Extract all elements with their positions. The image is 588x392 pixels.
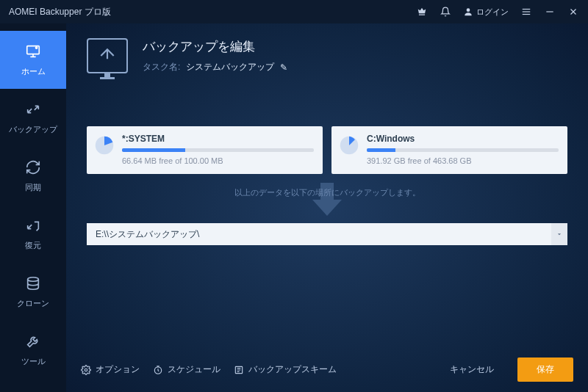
pie-icon bbox=[94, 135, 115, 156]
arrow-indicator: 以上のデータを以下の場所にバックアップします。 bbox=[234, 187, 420, 216]
svg-rect-4 bbox=[546, 11, 553, 12]
edit-icon[interactable]: ✎ bbox=[280, 62, 287, 73]
nav-label: クローン bbox=[17, 298, 49, 309]
scheme-label: バックアップスキーム bbox=[248, 363, 337, 376]
schedule-link[interactable]: スケジュール bbox=[153, 363, 220, 376]
login-label: ログイン bbox=[476, 7, 509, 18]
destination-dropdown[interactable] bbox=[551, 223, 567, 245]
svg-rect-3 bbox=[523, 14, 531, 15]
share-monitor-icon bbox=[87, 38, 128, 73]
task-name: システムバックアップ bbox=[186, 61, 274, 73]
destination-input[interactable] bbox=[87, 223, 551, 245]
minimize-icon[interactable] bbox=[544, 6, 556, 18]
arrow-text: 以上のデータを以下の場所にバックアップします。 bbox=[234, 187, 420, 198]
page-header: バックアップを編集 タスク名: システムバックアップ ✎ bbox=[66, 23, 588, 82]
content-area: バックアップを編集 タスク名: システムバックアップ ✎ *:SYSTEM 66… bbox=[66, 23, 588, 392]
sync-icon bbox=[24, 159, 42, 176]
svg-rect-2 bbox=[523, 11, 531, 12]
nav-sync[interactable]: 同期 bbox=[0, 147, 66, 205]
bell-icon[interactable] bbox=[440, 6, 451, 18]
nav-restore[interactable]: 復元 bbox=[0, 205, 66, 263]
schedule-label: スケジュール bbox=[168, 363, 220, 376]
close-icon[interactable] bbox=[567, 6, 579, 18]
source-drives: *:SYSTEM 66.64 MB free of 100.00 MB C:Wi… bbox=[87, 126, 567, 174]
scheme-icon bbox=[234, 365, 244, 375]
gear-icon bbox=[81, 365, 91, 375]
options-label: オプション bbox=[96, 363, 140, 376]
sidebar: ホーム バックアップ 同期 復元 クローン ツール bbox=[0, 23, 66, 392]
nav-label: ホーム bbox=[21, 66, 46, 77]
pie-icon bbox=[339, 135, 359, 156]
save-button[interactable]: 保存 bbox=[517, 357, 573, 382]
page-title: バックアップを編集 bbox=[143, 38, 287, 55]
footer: オプション スケジュール バックアップスキーム キャンセル 保存 bbox=[66, 347, 588, 392]
chevron-down-icon bbox=[556, 231, 563, 238]
svg-point-7 bbox=[28, 277, 39, 282]
restore-icon bbox=[24, 217, 42, 234]
drive-name: C:Windows bbox=[367, 134, 559, 144]
nav-home[interactable]: ホーム bbox=[0, 31, 66, 89]
nav-backup[interactable]: バックアップ bbox=[0, 89, 66, 147]
arrow-down-icon bbox=[312, 200, 342, 216]
drive-free: 391.92 GB free of 463.68 GB bbox=[367, 156, 559, 165]
nav-clone[interactable]: クローン bbox=[0, 263, 66, 321]
menu-icon[interactable] bbox=[520, 6, 532, 18]
nav-tools[interactable]: ツール bbox=[0, 321, 66, 379]
clock-icon bbox=[153, 365, 163, 375]
svg-point-6 bbox=[35, 47, 37, 48]
drive-card-windows[interactable]: C:Windows 391.92 GB free of 463.68 GB bbox=[331, 126, 567, 174]
options-link[interactable]: オプション bbox=[81, 363, 140, 376]
drive-card-system[interactable]: *:SYSTEM 66.64 MB free of 100.00 MB bbox=[87, 126, 323, 174]
clone-icon bbox=[24, 275, 42, 292]
crown-icon[interactable] bbox=[416, 6, 428, 18]
task-label: タスク名: bbox=[143, 61, 180, 73]
nav-label: バックアップ bbox=[9, 124, 57, 135]
drive-free: 66.64 MB free of 100.00 MB bbox=[122, 156, 314, 165]
svg-point-0 bbox=[467, 8, 470, 12]
app-title: AOMEI Backupper プロ版 bbox=[9, 6, 416, 18]
nav-label: 復元 bbox=[25, 240, 41, 251]
destination-row bbox=[87, 223, 567, 245]
scheme-link[interactable]: バックアップスキーム bbox=[234, 363, 337, 376]
backup-icon bbox=[24, 101, 42, 118]
nav-label: 同期 bbox=[25, 182, 41, 193]
titlebar: AOMEI Backupper プロ版 ログイン bbox=[0, 0, 588, 23]
svg-rect-1 bbox=[523, 9, 531, 10]
login-button[interactable]: ログイン bbox=[463, 7, 509, 18]
nav-label: ツール bbox=[21, 356, 46, 367]
svg-point-10 bbox=[85, 369, 87, 371]
titlebar-controls: ログイン bbox=[416, 6, 579, 18]
drive-name: *:SYSTEM bbox=[122, 134, 314, 144]
progress-bar bbox=[122, 148, 314, 152]
tools-icon bbox=[24, 333, 42, 350]
progress-bar bbox=[367, 148, 559, 152]
cancel-button[interactable]: キャンセル bbox=[440, 357, 504, 382]
monitor-icon bbox=[24, 43, 42, 60]
